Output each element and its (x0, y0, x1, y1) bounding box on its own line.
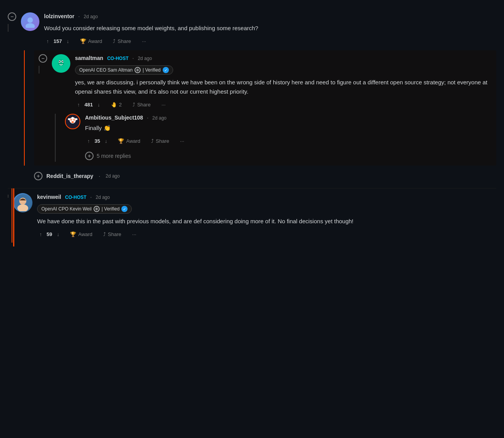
downvote-ambitious-button[interactable]: ↓ (102, 137, 110, 145)
more-button[interactable]: ··· (140, 37, 148, 46)
thread-line (8, 24, 9, 32)
award-kevin-button[interactable]: 🏆 Award (68, 230, 95, 239)
username[interactable]: lolzinventor (44, 12, 75, 21)
vote-section-kevin: ↑ 59 ↓ (37, 230, 61, 239)
flair-badge-sam: OpenAI CEO Sam Altman | Verified ✓ (75, 65, 173, 75)
comment-lolzinventor: − lolzinventor · 2d ago Would you consid… (8, 8, 496, 185)
openai-logo-kevin (94, 206, 100, 212)
avatar-samaltman (52, 54, 70, 73)
thread-line-sam (39, 66, 39, 74)
award-label: Award (88, 38, 102, 44)
more-replies[interactable]: + 5 more replies (85, 150, 492, 162)
more-replies-label: 5 more replies (97, 152, 131, 160)
thread-line-kevin-top (8, 195, 9, 198)
comment-actions-ambitious: ↑ 35 ↓ 🏆 Award (85, 137, 492, 145)
more-kevin-icon: ··· (132, 231, 136, 237)
comment-kevinweil: kevinweil CO-HOST · 2d ago OpenAI CPO Ke… (8, 188, 496, 239)
award-ambitious-icon: 🏆 (118, 138, 124, 144)
svg-point-17 (74, 119, 75, 120)
flair-suffix-sam: | Verified (143, 67, 160, 74)
verified-icon-kevin: ✓ (121, 206, 128, 212)
svg-point-1 (27, 17, 33, 23)
share-sam-icon: ⤴ (133, 102, 135, 108)
share-sam-label: Share (137, 102, 151, 108)
share-kevin-label: Share (108, 231, 121, 237)
upvote-icon: ↑ (46, 38, 49, 44)
upvote-ambitious-button[interactable]: ↑ (85, 137, 92, 145)
comment-actions-kevin: ↑ 59 ↓ 🏆 Award ⤴ Share (37, 230, 496, 239)
svg-point-19 (72, 117, 73, 118)
nested-samaltman: − (34, 50, 496, 166)
avatar (21, 12, 39, 31)
timestamp-sam: 2d ago (138, 55, 152, 62)
collapse-button[interactable]: − (8, 12, 16, 21)
share-label: Share (117, 38, 131, 44)
award-icon: 🏆 (80, 38, 86, 44)
downvote-sam-icon: ↓ (97, 102, 100, 108)
award-sam-button[interactable]: 🤚 2 (109, 100, 124, 109)
more-icon: ··· (142, 38, 146, 44)
upvote-sam-button[interactable]: ↑ (75, 100, 82, 109)
more-ambitious-icon: ··· (180, 138, 184, 144)
upvote-kevin-icon: ↑ (39, 231, 42, 237)
username-samaltman[interactable]: samaltman (75, 54, 103, 62)
cohost-badge: CO-HOST (107, 55, 128, 62)
avatar-ambitious (65, 114, 80, 129)
vote-section-sam: ↑ 481 ↓ (75, 100, 102, 109)
share-icon: ⤴ (113, 38, 116, 44)
svg-point-10 (63, 60, 66, 62)
comment-text-kevin: We have done this in the past with previ… (37, 217, 496, 226)
comment-reddit-therapy: + Reddit_is_therapy · 2d ago (34, 170, 496, 182)
collapse-samaltman-button[interactable]: − (39, 54, 47, 63)
svg-point-9 (56, 60, 59, 62)
vote-count: 157 (54, 38, 62, 45)
share-kevin-button[interactable]: ⤴ Share (101, 230, 124, 239)
award-button[interactable]: 🏆 Award (78, 37, 105, 46)
downvote-button[interactable]: ↓ (64, 37, 72, 46)
upvote-sam-icon: ↑ (77, 102, 80, 108)
upvote-kevin-button[interactable]: ↑ (37, 230, 44, 239)
share-ambitious-button[interactable]: ⤴ Share (149, 137, 172, 145)
svg-point-16 (71, 119, 72, 120)
flair-suffix-kevin: | Verified (102, 205, 119, 212)
vote-count-sam: 481 (85, 101, 93, 109)
timestamp-reddit-therapy: 2d ago (106, 173, 120, 180)
comment-text: Would you consider releasing some model … (44, 24, 496, 33)
username-kevin[interactable]: kevinweil (37, 193, 61, 201)
more-kevin-button[interactable]: ··· (130, 230, 139, 239)
award-ambitious-button[interactable]: 🏆 Award (116, 137, 143, 145)
verified-icon-sam: ✓ (163, 67, 169, 73)
vote-section: ↑ 157 ↓ (44, 37, 72, 46)
expand-replies-button[interactable]: + (85, 152, 94, 160)
downvote-sam-button[interactable]: ↓ (95, 100, 102, 109)
upvote-button[interactable]: ↑ (44, 37, 51, 46)
share-kevin-icon: ⤴ (103, 231, 106, 237)
more-sam-button[interactable]: ··· (159, 100, 168, 109)
share-button[interactable]: ⤴ Share (111, 37, 133, 46)
vote-count-ambitious: 35 (95, 137, 100, 145)
timestamp-ambitious: 2d ago (152, 115, 167, 121)
share-sam-button[interactable]: ⤴ Share (130, 100, 153, 109)
more-ambitious-button[interactable]: ··· (178, 137, 187, 145)
cohost-badge-kevin: CO-HOST (65, 194, 86, 201)
share-ambitious-label: Share (156, 138, 169, 144)
vote-count-kevin: 59 (47, 231, 52, 238)
award-kevin-label: Award (78, 231, 92, 237)
vote-section-ambitious: ↑ 35 ↓ (85, 137, 109, 145)
downvote-kevin-button[interactable]: ↓ (54, 230, 62, 239)
timestamp: 2d ago (83, 13, 98, 20)
comment-text-ambitious: Finally 👏 (85, 123, 492, 133)
award-ambitious-label: Award (126, 138, 140, 144)
expand-reddit-therapy-button[interactable]: + (34, 172, 43, 180)
openai-logo-sam (135, 67, 141, 73)
award-count-sam: 2 (119, 102, 122, 108)
flair-text-sam: OpenAI CEO Sam Altman (79, 67, 133, 74)
flair-badge-kevin: OpenAI CPO Kevin Weil | Verified ✓ (37, 204, 132, 214)
username-reddit-therapy[interactable]: Reddit_is_therapy (46, 172, 93, 180)
upvote-ambitious-icon: ↑ (87, 138, 90, 144)
comment-actions: ↑ 157 ↓ 🏆 Award ⤴ Share (44, 37, 496, 46)
username-ambitious[interactable]: Ambitious_Subject108 (85, 114, 143, 122)
share-ambitious-icon: ⤴ (151, 138, 154, 144)
flair-text-kevin: OpenAI CPO Kevin Weil (41, 205, 92, 212)
comment-actions-sam: ↑ 481 ↓ 🤚 2 (75, 100, 492, 109)
